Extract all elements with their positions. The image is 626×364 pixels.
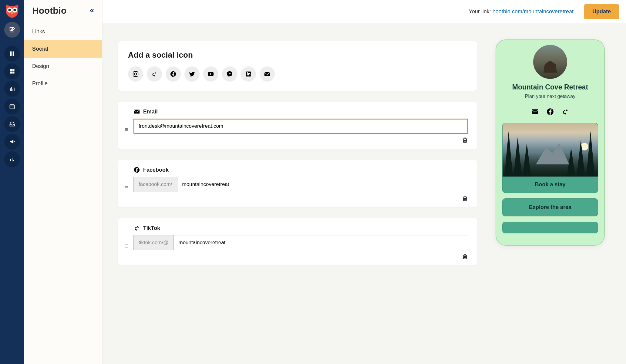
rail-analytics[interactable] (4, 151, 20, 167)
item-label: Facebook (143, 167, 169, 173)
preview-avatar (533, 45, 567, 79)
owl-logo (4, 3, 21, 20)
preview-link-image (503, 123, 598, 177)
sidebar-item-design[interactable]: Design (24, 58, 102, 75)
add-messenger-button[interactable] (222, 66, 237, 82)
preview-link-label (503, 222, 598, 233)
sidebar-item-social[interactable]: Social (24, 40, 102, 58)
rail-bars[interactable] (4, 81, 20, 97)
facebook-icon (133, 167, 140, 173)
drag-handle-icon[interactable] (124, 167, 129, 202)
editor-column: Add a social icon EmailFacebookfacebook.… (103, 23, 493, 364)
linkedin-icon (245, 71, 252, 77)
your-link-label: Your link: (469, 8, 491, 15)
item-label: Email (143, 109, 158, 115)
input-prefix: facebook.com/ (133, 177, 177, 192)
email-icon (133, 108, 140, 115)
add-email-button[interactable] (260, 66, 275, 82)
tiktok-icon (133, 225, 140, 231)
sidebar-item-profile[interactable]: Profile (24, 75, 102, 92)
item-label: TikTok (143, 225, 160, 231)
preview-email-icon[interactable] (531, 108, 539, 116)
instagram-icon (132, 71, 139, 77)
add-linkedin-button[interactable] (241, 66, 256, 82)
tiktok-icon (151, 71, 158, 77)
tiktok-input[interactable] (173, 235, 469, 250)
preview-link-2[interactable] (502, 222, 598, 233)
add-youtube-button[interactable] (203, 66, 218, 82)
collapse-sidebar-button[interactable] (89, 8, 95, 14)
preview-tagline: Plan your next getaway (502, 94, 598, 99)
social-item-tiktok: TikToktiktok.com/@ (118, 218, 477, 265)
email-icon (264, 71, 271, 77)
rail-inbox[interactable] (4, 116, 20, 132)
add-social-title: Add a social icon (128, 50, 467, 60)
preview-tiktok-icon[interactable] (561, 108, 569, 116)
your-link-value[interactable]: hootbio.com/mountaincoveretreat (493, 8, 574, 15)
preview-name: Mountain Cove Retreat (502, 83, 598, 91)
rail-separator (5, 41, 19, 41)
preview-facebook-icon[interactable] (546, 108, 554, 116)
preview-link-1[interactable]: Explore the area (502, 198, 598, 216)
brand-title: Hootbio (32, 5, 66, 16)
sidebar-item-links[interactable]: Links (24, 23, 102, 40)
social-item-facebook: Facebookfacebook.com/ (118, 160, 477, 207)
facebook-input[interactable] (177, 177, 468, 192)
add-instagram-button[interactable] (128, 66, 143, 82)
social-item-email: Email (118, 102, 477, 149)
update-button[interactable]: Update (584, 4, 619, 19)
messenger-icon (226, 71, 233, 77)
rail-swatches[interactable] (4, 46, 20, 62)
drag-handle-icon[interactable] (124, 225, 129, 260)
preview-link-label: Book a stay (503, 177, 598, 193)
topbar: Your link: hootbio.com/mountaincoveretre… (103, 0, 626, 23)
preview-phone: Mountain Cove Retreat Plan your next get… (496, 39, 605, 246)
app-rail (0, 0, 24, 364)
sidebar: Hootbio LinksSocialDesignProfile (24, 0, 103, 364)
delete-button[interactable] (462, 137, 468, 143)
drag-handle-icon[interactable] (124, 108, 129, 143)
rail-grid[interactable] (4, 63, 20, 79)
your-link: Your link: hootbio.com/mountaincoveretre… (469, 8, 574, 15)
youtube-icon (207, 71, 214, 77)
twitter-icon (189, 71, 195, 77)
rail-megaphone[interactable] (4, 134, 20, 150)
rail-calendar[interactable] (4, 99, 20, 114)
preview-column: Mountain Cove Retreat Plan your next get… (493, 23, 626, 364)
email-input[interactable] (134, 120, 467, 133)
add-tiktok-button[interactable] (147, 66, 162, 82)
add-social-card: Add a social icon (118, 41, 477, 91)
add-twitter-button[interactable] (184, 66, 200, 82)
delete-button[interactable] (462, 195, 468, 202)
facebook-icon (170, 71, 177, 77)
rail-compose[interactable] (4, 22, 20, 38)
preview-link-label: Explore the area (503, 199, 598, 216)
preview-scroll[interactable]: Mountain Cove Retreat Plan your next get… (500, 43, 601, 242)
input-prefix: tiktok.com/@ (133, 235, 173, 250)
preview-link-0[interactable]: Book a stay (502, 123, 598, 193)
main: Your link: hootbio.com/mountaincoveretre… (103, 0, 626, 364)
delete-button[interactable] (462, 253, 468, 260)
add-facebook-button[interactable] (166, 66, 181, 82)
